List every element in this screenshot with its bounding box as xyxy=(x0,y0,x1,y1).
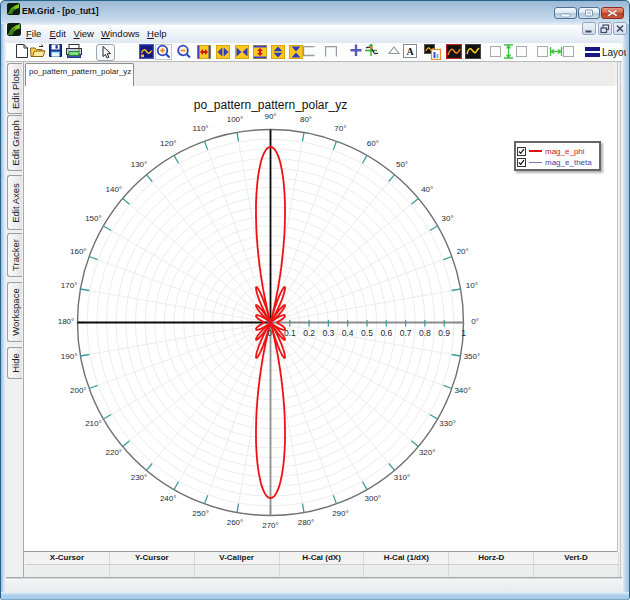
svg-text:310°: 310° xyxy=(394,473,411,482)
svg-text:100°: 100° xyxy=(227,115,244,124)
svg-text:200°: 200° xyxy=(70,386,87,395)
svg-text:0.6: 0.6 xyxy=(380,328,392,338)
svg-text:250°: 250° xyxy=(192,509,209,518)
svg-text:330°: 330° xyxy=(439,419,456,428)
svg-text:120°: 120° xyxy=(160,139,177,148)
svg-text:30°: 30° xyxy=(442,214,454,223)
svg-text:350°: 350° xyxy=(464,352,481,361)
svg-text:270°: 270° xyxy=(262,521,279,530)
svg-text:230°: 230° xyxy=(131,473,148,482)
svg-text:0.9: 0.9 xyxy=(438,328,450,338)
svg-text:70°: 70° xyxy=(334,124,346,133)
svg-text:300°: 300° xyxy=(365,494,382,503)
svg-text:40°: 40° xyxy=(421,185,433,194)
svg-text:po_pattern_pattern_polar_yz: po_pattern_pattern_polar_yz xyxy=(194,98,347,112)
svg-text:210°: 210° xyxy=(85,419,102,428)
svg-text:320°: 320° xyxy=(419,448,436,457)
svg-text:140°: 140° xyxy=(106,185,123,194)
svg-text:170°: 170° xyxy=(61,281,78,290)
svg-text:0.5: 0.5 xyxy=(361,328,373,338)
svg-text:80°: 80° xyxy=(300,115,312,124)
svg-text:60°: 60° xyxy=(367,139,379,148)
svg-text:50°: 50° xyxy=(396,160,408,169)
svg-text:160°: 160° xyxy=(70,247,87,256)
svg-text:0.4: 0.4 xyxy=(342,328,354,338)
svg-text:0.1: 0.1 xyxy=(284,328,296,338)
svg-text:180°: 180° xyxy=(58,317,75,326)
svg-text:240°: 240° xyxy=(160,494,177,503)
svg-text:0.3: 0.3 xyxy=(322,328,334,338)
svg-text:280°: 280° xyxy=(298,518,315,527)
svg-text:150°: 150° xyxy=(85,214,102,223)
svg-text:130°: 130° xyxy=(131,160,148,169)
svg-text:220°: 220° xyxy=(106,448,123,457)
svg-text:0.2: 0.2 xyxy=(303,328,315,338)
svg-text:0.8: 0.8 xyxy=(419,328,431,338)
svg-text:10°: 10° xyxy=(466,281,478,290)
svg-text:290°: 290° xyxy=(332,509,349,518)
svg-text:190°: 190° xyxy=(61,352,78,361)
svg-text:0: 0 xyxy=(267,328,272,338)
svg-text:A: A xyxy=(406,46,414,57)
svg-text:90°: 90° xyxy=(264,112,276,121)
svg-text:1: 1 xyxy=(461,328,466,338)
svg-text:0°: 0° xyxy=(471,317,479,326)
svg-text:20°: 20° xyxy=(457,247,469,256)
svg-text:340°: 340° xyxy=(454,386,471,395)
svg-text:260°: 260° xyxy=(227,518,244,527)
svg-text:0.7: 0.7 xyxy=(400,328,412,338)
svg-text:110°: 110° xyxy=(193,124,209,133)
